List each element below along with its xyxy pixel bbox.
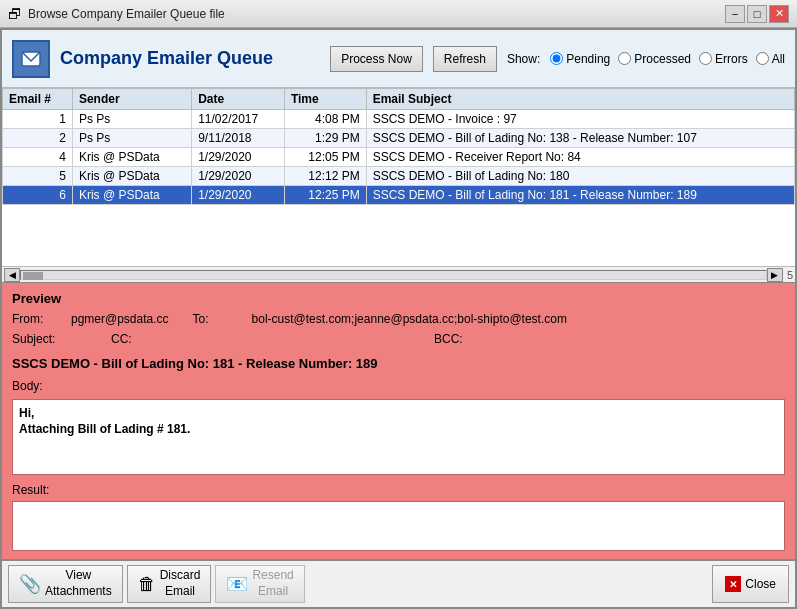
close-x-icon: ✕ xyxy=(725,576,741,592)
minimize-button[interactable]: − xyxy=(725,5,745,23)
title-bar-text: Browse Company Emailer Queue file xyxy=(28,7,225,21)
radio-pending-label: Pending xyxy=(566,52,610,66)
radio-processed-label: Processed xyxy=(634,52,691,66)
table-row[interactable]: 4 Kris @ PSData 1/29/2020 12:05 PM SSCS … xyxy=(3,148,795,167)
email-table: Email # Sender Date Time Email Subject 1… xyxy=(2,88,795,205)
close-button[interactable]: ✕ Close xyxy=(712,565,789,603)
cell-date: 1/29/2020 xyxy=(192,148,285,167)
scroll-left-arrow[interactable]: ◀ xyxy=(4,268,20,282)
discard-email-button[interactable]: 🗑 DiscardEmail xyxy=(127,565,212,603)
body-label: Body: xyxy=(12,379,785,393)
col-header-subject: Email Subject xyxy=(366,89,794,110)
scroll-number: 5 xyxy=(787,269,793,281)
window-close-button[interactable]: ✕ xyxy=(769,5,789,23)
radio-processed[interactable]: Processed xyxy=(618,52,691,66)
cell-date: 11/02/2017 xyxy=(192,110,285,129)
table-row[interactable]: 1 Ps Ps 11/02/2017 4:08 PM SSCS DEMO - I… xyxy=(3,110,795,129)
scroll-right-arrow[interactable]: ▶ xyxy=(767,268,783,282)
cell-num: 4 xyxy=(3,148,73,167)
header-bar: Company Emailer Queue Process Now Refres… xyxy=(2,30,795,88)
result-label: Result: xyxy=(12,483,785,497)
cell-time: 12:25 PM xyxy=(284,186,366,205)
cell-sender: Ps Ps xyxy=(72,129,191,148)
body-line-1: Hi, xyxy=(19,406,778,420)
radio-all[interactable]: All xyxy=(756,52,785,66)
cell-num: 2 xyxy=(3,129,73,148)
cell-num: 1 xyxy=(3,110,73,129)
cell-date: 9/11/2018 xyxy=(192,129,285,148)
email-table-section: Email # Sender Date Time Email Subject 1… xyxy=(2,88,795,283)
subject-value: SSCS DEMO - Bill of Lading No: 181 - Rel… xyxy=(12,356,785,371)
process-now-button[interactable]: Process Now xyxy=(330,46,423,72)
from-value: pgmer@psdata.cc xyxy=(71,312,169,326)
radio-all-label: All xyxy=(772,52,785,66)
radio-pending[interactable]: Pending xyxy=(550,52,610,66)
from-label: From: xyxy=(12,312,67,326)
app-icon xyxy=(12,40,50,78)
body-area: Hi, Attaching Bill of Lading # 181. xyxy=(12,399,785,475)
from-row: From: pgmer@psdata.cc To: bol-cust@test.… xyxy=(12,312,785,326)
main-window: Company Emailer Queue Process Now Refres… xyxy=(0,28,797,609)
view-attachments-button[interactable]: 📎 ViewAttachments xyxy=(8,565,123,603)
cell-time: 12:12 PM xyxy=(284,167,366,186)
footer-bar: 📎 ViewAttachments 🗑 DiscardEmail 📧 Resen… xyxy=(2,559,795,607)
preview-title: Preview xyxy=(12,291,785,306)
col-header-email-num: Email # xyxy=(3,89,73,110)
trash-icon: 🗑 xyxy=(138,574,156,595)
window-controls[interactable]: − □ ✕ xyxy=(725,5,789,23)
cell-time: 1:29 PM xyxy=(284,129,366,148)
app-title: Company Emailer Queue xyxy=(60,48,320,69)
show-label: Show: xyxy=(507,52,540,66)
subject-meta-label: Subject: xyxy=(12,332,67,346)
resend-email-label: ResendEmail xyxy=(252,568,293,599)
view-attachments-label: ViewAttachments xyxy=(45,568,112,599)
cell-subject: SSCS DEMO - Receiver Report No: 84 xyxy=(366,148,794,167)
to-value: bol-cust@test.com;jeanne@psdata.cc;bol-s… xyxy=(252,312,567,326)
paperclip-icon: 📎 xyxy=(19,573,41,595)
cell-subject: SSCS DEMO - Bill of Lading No: 138 - Rel… xyxy=(366,129,794,148)
refresh-button[interactable]: Refresh xyxy=(433,46,497,72)
cell-subject: SSCS DEMO - Bill of Lading No: 180 xyxy=(366,167,794,186)
filter-radio-group: Pending Processed Errors All xyxy=(550,52,785,66)
cell-sender: Ps Ps xyxy=(72,110,191,129)
scroll-track[interactable] xyxy=(20,270,767,280)
radio-errors-label: Errors xyxy=(715,52,748,66)
cc-label: CC: xyxy=(111,332,166,346)
radio-errors[interactable]: Errors xyxy=(699,52,748,66)
bcc-label: BCC: xyxy=(434,332,489,346)
col-header-time: Time xyxy=(284,89,366,110)
subject-cc-row: Subject: CC: BCC: xyxy=(12,332,785,346)
cell-sender: Kris @ PSData xyxy=(72,186,191,205)
scroll-thumb[interactable] xyxy=(23,272,43,280)
cell-time: 4:08 PM xyxy=(284,110,366,129)
col-header-date: Date xyxy=(192,89,285,110)
maximize-button[interactable]: □ xyxy=(747,5,767,23)
close-label: Close xyxy=(745,577,776,591)
cell-num: 5 xyxy=(3,167,73,186)
to-label: To: xyxy=(193,312,248,326)
preview-section: Preview From: pgmer@psdata.cc To: bol-cu… xyxy=(2,283,795,559)
discard-email-label: DiscardEmail xyxy=(160,568,201,599)
resend-email-button[interactable]: 📧 ResendEmail xyxy=(215,565,304,603)
cell-date: 1/29/2020 xyxy=(192,167,285,186)
title-bar: 🗗 Browse Company Emailer Queue file − □ … xyxy=(0,0,797,28)
cell-date: 1/29/2020 xyxy=(192,186,285,205)
horizontal-scrollbar[interactable]: ◀ ▶ 5 xyxy=(2,266,795,282)
table-row[interactable]: 5 Kris @ PSData 1/29/2020 12:12 PM SSCS … xyxy=(3,167,795,186)
table-row[interactable]: 2 Ps Ps 9/11/2018 1:29 PM SSCS DEMO - Bi… xyxy=(3,129,795,148)
cell-sender: Kris @ PSData xyxy=(72,167,191,186)
cell-num: 6 xyxy=(3,186,73,205)
body-line-3: Attaching Bill of Lading # 181. xyxy=(19,422,778,436)
resend-icon: 📧 xyxy=(226,573,248,595)
col-header-sender: Sender xyxy=(72,89,191,110)
cell-sender: Kris @ PSData xyxy=(72,148,191,167)
cell-subject: SSCS DEMO - Invoice : 97 xyxy=(366,110,794,129)
cell-subject: SSCS DEMO - Bill of Lading No: 181 - Rel… xyxy=(366,186,794,205)
table-row[interactable]: 6 Kris @ PSData 1/29/2020 12:25 PM SSCS … xyxy=(3,186,795,205)
cell-time: 12:05 PM xyxy=(284,148,366,167)
result-area xyxy=(12,501,785,551)
